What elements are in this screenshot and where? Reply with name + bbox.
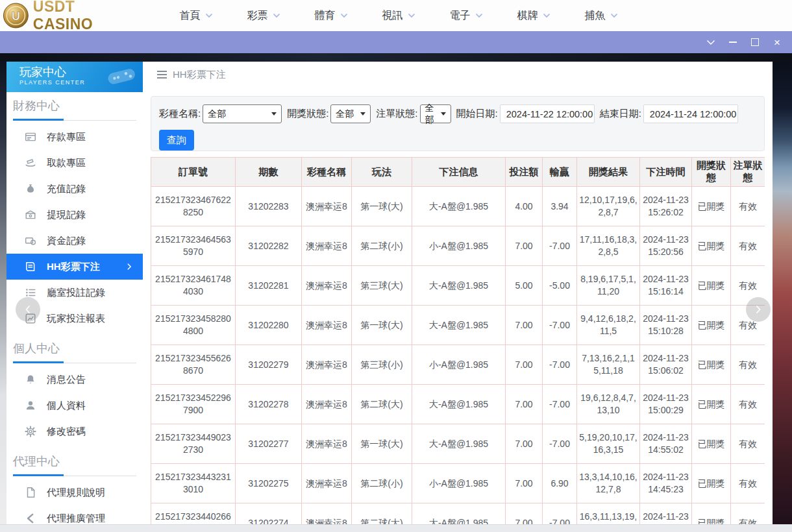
- table-cell: 2152173234645635970: [151, 226, 236, 266]
- table-row: 215217323464563597031202282澳洲幸运8第二球(小)小-…: [151, 226, 765, 266]
- bets-table-container: 訂單號期數彩種名稱玩法下注信息投注額輸贏開獎結果下注時間開獎狀態注單狀態 215…: [151, 157, 765, 524]
- site-navbar: U USDT CASINO 首頁彩票體育視訊電子棋牌捕魚: [0, 0, 792, 31]
- table-cell: 7.00: [506, 464, 543, 503]
- table-cell: 2152173234402662920: [151, 503, 236, 525]
- hamburger-menu-icon[interactable]: [157, 71, 167, 79]
- nav-item-lottery[interactable]: 彩票: [230, 0, 297, 31]
- close-button[interactable]: ×: [770, 35, 784, 49]
- draw-status-select[interactable]: 全部: [330, 104, 371, 123]
- table-header-cell: 輸贏: [543, 158, 577, 187]
- table-cell: 小-A盤@1.985: [412, 464, 506, 503]
- order-status-label: 注單狀態:: [376, 108, 417, 120]
- gear-icon: [25, 426, 36, 437]
- bets-table: 訂單號期數彩種名稱玩法下注信息投注額輸贏開獎結果下注時間開獎狀態注單狀態 215…: [151, 157, 765, 524]
- table-cell: 7.00: [506, 503, 543, 525]
- table-cell: 2152173234522967900: [151, 385, 236, 424]
- lottery-type-select[interactable]: 全部: [203, 104, 282, 123]
- coin-logo-icon: U: [3, 2, 29, 29]
- nav-item-label: 首頁: [180, 9, 201, 23]
- sidebar: 玩家中心 PLAYERS CENTER 財務中心存款專區取款專區充值記錄提現記錄…: [6, 62, 143, 524]
- table-cell: 第一球(大): [352, 187, 412, 226]
- nav-item-label: 棋牌: [517, 9, 538, 23]
- table-cell: 2024-11-23 15:26:02: [640, 187, 692, 226]
- table-cell: 7,13,16,2,1,15,11,18: [577, 345, 640, 385]
- lottery-type-label: 彩種名稱:: [159, 108, 201, 120]
- window-titlebar: ×: [0, 31, 792, 53]
- table-cell: 有效: [731, 226, 765, 266]
- table-cell: 2024-11-23 15:16:14: [640, 266, 692, 306]
- sidebar-section-title: 代理中心: [13, 453, 143, 469]
- brand-logo[interactable]: U USDT CASINO: [3, 0, 136, 33]
- table-cell: 31202282: [236, 226, 302, 266]
- table-cell: 7.00: [506, 385, 543, 424]
- draw-status-label: 開獎狀態:: [287, 108, 328, 120]
- table-header-cell: 開獎結果: [577, 158, 640, 187]
- order-status-select[interactable]: 全部: [420, 104, 451, 123]
- table-cell: 31202279: [236, 345, 302, 385]
- panel-expand-button[interactable]: [746, 297, 771, 322]
- table-cell: -5.00: [543, 266, 577, 306]
- book-icon: [25, 261, 36, 272]
- chevron-left-icon: [23, 304, 33, 315]
- nav-item-sports[interactable]: 體育: [297, 0, 365, 31]
- table-cell: 有效: [731, 187, 765, 226]
- horizontal-scrollbar-track[interactable]: [0, 524, 792, 532]
- chevron-right-icon: [753, 304, 763, 315]
- start-date-label: 開始日期:: [456, 108, 498, 120]
- search-button[interactable]: 查詢: [159, 130, 194, 151]
- table-cell: 2152173234556268670: [151, 345, 236, 385]
- svg-text:U: U: [12, 9, 20, 23]
- chevron-down-icon: [360, 112, 365, 115]
- nav-item-slots[interactable]: 電子: [432, 0, 500, 31]
- minimize-icon: [729, 42, 737, 43]
- nav-item-chess[interactable]: 棋牌: [500, 0, 567, 31]
- table-cell: 2024-11-23 15:20:56: [640, 226, 692, 266]
- table-cell: 2024-11-23 14:40:26: [640, 503, 692, 525]
- maximize-button[interactable]: [748, 35, 762, 49]
- nav-item-fishing[interactable]: 捕魚: [567, 0, 635, 31]
- sidebar-item-agent-rules[interactable]: 代理規則說明: [6, 479, 143, 505]
- table-row: 215217323452296790031202278澳洲幸运8第二球(大)大-…: [151, 385, 765, 424]
- chevron-down-icon: [340, 13, 348, 18]
- maximize-icon: [751, 38, 759, 46]
- table-cell: 大-A盤@1.985: [412, 424, 506, 464]
- table-cell: 2024-11-23 15:06:02: [640, 345, 692, 385]
- nav-item-video[interactable]: 視訊: [365, 0, 432, 31]
- table-cell: -7.00: [543, 226, 577, 266]
- sidebar-item-withdrawal-record[interactable]: 提現記錄: [6, 202, 143, 228]
- table-cell: 第二球(小): [352, 226, 412, 266]
- sidebar-item-hh-lottery-bets[interactable]: HH彩票下注: [6, 254, 143, 280]
- minimize-button[interactable]: [726, 35, 740, 49]
- end-date-input[interactable]: 2024-11-24 12:00:00: [643, 104, 738, 123]
- table-cell: 有效: [731, 464, 765, 503]
- table-cell: 2152173234432313010: [151, 464, 236, 503]
- sidebar-item-change-password[interactable]: 修改密碼: [6, 418, 143, 444]
- chevron-down-icon: [475, 13, 483, 18]
- table-cell: 2152173234490232730: [151, 424, 236, 464]
- sidebar-item-withdraw[interactable]: 取款專區: [6, 150, 143, 176]
- table-row: 215217323440266292031202274澳洲幸运8第二球(大)大-…: [151, 503, 765, 525]
- nav-item-home[interactable]: 首頁: [162, 0, 230, 31]
- main-menu: 首頁彩票體育視訊電子棋牌捕魚: [162, 0, 635, 31]
- chevron-down-icon: [441, 112, 446, 115]
- start-date-input[interactable]: 2024-11-22 12:00:00: [500, 104, 595, 123]
- table-header-cell: 玩法: [352, 158, 412, 187]
- sidebar-item-label: 充值記錄: [47, 183, 86, 195]
- breadcrumb: HH彩票下注: [143, 62, 773, 88]
- app-window: 玩家中心 PLAYERS CENTER 財務中心存款專區取款專區充值記錄提現記錄…: [6, 62, 773, 524]
- sidebar-item-recharge-record[interactable]: 充值記錄: [6, 176, 143, 202]
- sidebar-item-agent-promotion[interactable]: 代理推廣管理: [6, 505, 143, 524]
- sidebar-section-title: 個人中心: [13, 341, 143, 356]
- sidebar-item-funds-record[interactable]: 資金記錄: [6, 228, 143, 254]
- table-cell: 2024-11-23 14:55:02: [640, 424, 692, 464]
- sidebar-item-label: HH彩票下注: [47, 261, 100, 273]
- sidebar-item-messages[interactable]: 消息公告: [6, 367, 143, 393]
- sidebar-item-deposit[interactable]: 存款專區: [6, 124, 143, 150]
- window-dropdown-button[interactable]: [704, 35, 718, 49]
- table-row: 215217323458280480031202280澳洲幸运8第一球(大)大-…: [151, 306, 765, 345]
- nav-item-label: 彩票: [247, 9, 268, 23]
- table-cell: 已開獎: [692, 187, 731, 226]
- withdraw-icon: [25, 157, 36, 169]
- sidebar-item-profile[interactable]: 個人資料: [6, 393, 143, 418]
- sidebar-collapse-button[interactable]: [16, 297, 40, 322]
